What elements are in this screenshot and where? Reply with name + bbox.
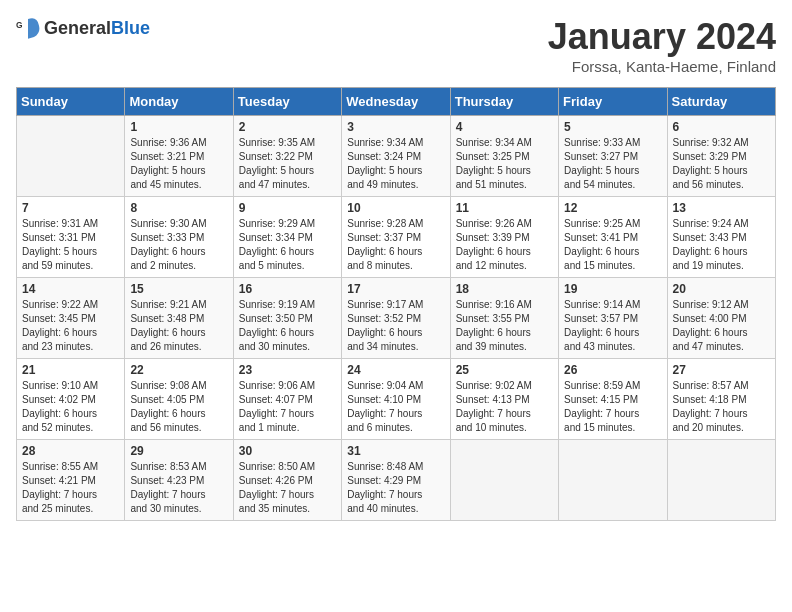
day-number: 30 bbox=[239, 444, 336, 458]
day-detail: Sunrise: 8:53 AM Sunset: 4:23 PM Dayligh… bbox=[130, 460, 227, 516]
calendar-day-cell: 9Sunrise: 9:29 AM Sunset: 3:34 PM Daylig… bbox=[233, 197, 341, 278]
day-number: 28 bbox=[22, 444, 119, 458]
day-detail: Sunrise: 9:02 AM Sunset: 4:13 PM Dayligh… bbox=[456, 379, 553, 435]
calendar-day-cell: 19Sunrise: 9:14 AM Sunset: 3:57 PM Dayli… bbox=[559, 278, 667, 359]
weekday-header-cell: Wednesday bbox=[342, 88, 450, 116]
day-number: 2 bbox=[239, 120, 336, 134]
calendar-day-cell: 1Sunrise: 9:36 AM Sunset: 3:21 PM Daylig… bbox=[125, 116, 233, 197]
logo-general-text: General bbox=[44, 18, 111, 38]
day-number: 14 bbox=[22, 282, 119, 296]
calendar-day-cell: 22Sunrise: 9:08 AM Sunset: 4:05 PM Dayli… bbox=[125, 359, 233, 440]
day-detail: Sunrise: 9:28 AM Sunset: 3:37 PM Dayligh… bbox=[347, 217, 444, 273]
calendar-week-row: 28Sunrise: 8:55 AM Sunset: 4:21 PM Dayli… bbox=[17, 440, 776, 521]
day-detail: Sunrise: 9:35 AM Sunset: 3:22 PM Dayligh… bbox=[239, 136, 336, 192]
day-number: 1 bbox=[130, 120, 227, 134]
calendar-day-cell: 11Sunrise: 9:26 AM Sunset: 3:39 PM Dayli… bbox=[450, 197, 558, 278]
day-detail: Sunrise: 9:12 AM Sunset: 4:00 PM Dayligh… bbox=[673, 298, 770, 354]
calendar-day-cell: 30Sunrise: 8:50 AM Sunset: 4:26 PM Dayli… bbox=[233, 440, 341, 521]
weekday-header-cell: Sunday bbox=[17, 88, 125, 116]
calendar-day-cell: 27Sunrise: 8:57 AM Sunset: 4:18 PM Dayli… bbox=[667, 359, 775, 440]
day-detail: Sunrise: 9:22 AM Sunset: 3:45 PM Dayligh… bbox=[22, 298, 119, 354]
calendar-day-cell: 15Sunrise: 9:21 AM Sunset: 3:48 PM Dayli… bbox=[125, 278, 233, 359]
day-detail: Sunrise: 9:34 AM Sunset: 3:24 PM Dayligh… bbox=[347, 136, 444, 192]
day-detail: Sunrise: 8:59 AM Sunset: 4:15 PM Dayligh… bbox=[564, 379, 661, 435]
day-detail: Sunrise: 9:29 AM Sunset: 3:34 PM Dayligh… bbox=[239, 217, 336, 273]
day-number: 17 bbox=[347, 282, 444, 296]
calendar-day-cell: 16Sunrise: 9:19 AM Sunset: 3:50 PM Dayli… bbox=[233, 278, 341, 359]
day-number: 29 bbox=[130, 444, 227, 458]
calendar-day-cell: 10Sunrise: 9:28 AM Sunset: 3:37 PM Dayli… bbox=[342, 197, 450, 278]
calendar-day-cell: 23Sunrise: 9:06 AM Sunset: 4:07 PM Dayli… bbox=[233, 359, 341, 440]
day-number: 16 bbox=[239, 282, 336, 296]
title-area: January 2024 Forssa, Kanta-Haeme, Finlan… bbox=[548, 16, 776, 75]
calendar-day-cell: 3Sunrise: 9:34 AM Sunset: 3:24 PM Daylig… bbox=[342, 116, 450, 197]
day-number: 22 bbox=[130, 363, 227, 377]
day-detail: Sunrise: 8:55 AM Sunset: 4:21 PM Dayligh… bbox=[22, 460, 119, 516]
day-detail: Sunrise: 9:36 AM Sunset: 3:21 PM Dayligh… bbox=[130, 136, 227, 192]
day-number: 4 bbox=[456, 120, 553, 134]
weekday-header-cell: Saturday bbox=[667, 88, 775, 116]
day-detail: Sunrise: 9:06 AM Sunset: 4:07 PM Dayligh… bbox=[239, 379, 336, 435]
day-detail: Sunrise: 9:33 AM Sunset: 3:27 PM Dayligh… bbox=[564, 136, 661, 192]
day-detail: Sunrise: 9:17 AM Sunset: 3:52 PM Dayligh… bbox=[347, 298, 444, 354]
day-number: 23 bbox=[239, 363, 336, 377]
day-detail: Sunrise: 9:04 AM Sunset: 4:10 PM Dayligh… bbox=[347, 379, 444, 435]
weekday-header-cell: Monday bbox=[125, 88, 233, 116]
day-number: 12 bbox=[564, 201, 661, 215]
day-number: 7 bbox=[22, 201, 119, 215]
location-title: Forssa, Kanta-Haeme, Finland bbox=[548, 58, 776, 75]
day-number: 13 bbox=[673, 201, 770, 215]
calendar-day-cell: 6Sunrise: 9:32 AM Sunset: 3:29 PM Daylig… bbox=[667, 116, 775, 197]
day-detail: Sunrise: 9:16 AM Sunset: 3:55 PM Dayligh… bbox=[456, 298, 553, 354]
day-number: 20 bbox=[673, 282, 770, 296]
weekday-header-row: SundayMondayTuesdayWednesdayThursdayFrid… bbox=[17, 88, 776, 116]
day-number: 3 bbox=[347, 120, 444, 134]
day-detail: Sunrise: 9:10 AM Sunset: 4:02 PM Dayligh… bbox=[22, 379, 119, 435]
day-number: 18 bbox=[456, 282, 553, 296]
calendar-week-row: 14Sunrise: 9:22 AM Sunset: 3:45 PM Dayli… bbox=[17, 278, 776, 359]
day-detail: Sunrise: 8:50 AM Sunset: 4:26 PM Dayligh… bbox=[239, 460, 336, 516]
calendar-day-cell: 26Sunrise: 8:59 AM Sunset: 4:15 PM Dayli… bbox=[559, 359, 667, 440]
calendar-day-cell bbox=[559, 440, 667, 521]
calendar-day-cell: 31Sunrise: 8:48 AM Sunset: 4:29 PM Dayli… bbox=[342, 440, 450, 521]
day-number: 15 bbox=[130, 282, 227, 296]
calendar-day-cell: 7Sunrise: 9:31 AM Sunset: 3:31 PM Daylig… bbox=[17, 197, 125, 278]
calendar-day-cell: 14Sunrise: 9:22 AM Sunset: 3:45 PM Dayli… bbox=[17, 278, 125, 359]
calendar-week-row: 21Sunrise: 9:10 AM Sunset: 4:02 PM Dayli… bbox=[17, 359, 776, 440]
day-detail: Sunrise: 9:14 AM Sunset: 3:57 PM Dayligh… bbox=[564, 298, 661, 354]
calendar-day-cell: 4Sunrise: 9:34 AM Sunset: 3:25 PM Daylig… bbox=[450, 116, 558, 197]
day-detail: Sunrise: 9:25 AM Sunset: 3:41 PM Dayligh… bbox=[564, 217, 661, 273]
day-number: 8 bbox=[130, 201, 227, 215]
calendar-day-cell: 21Sunrise: 9:10 AM Sunset: 4:02 PM Dayli… bbox=[17, 359, 125, 440]
day-detail: Sunrise: 8:57 AM Sunset: 4:18 PM Dayligh… bbox=[673, 379, 770, 435]
month-title: January 2024 bbox=[548, 16, 776, 58]
day-number: 9 bbox=[239, 201, 336, 215]
calendar-day-cell: 13Sunrise: 9:24 AM Sunset: 3:43 PM Dayli… bbox=[667, 197, 775, 278]
day-detail: Sunrise: 9:24 AM Sunset: 3:43 PM Dayligh… bbox=[673, 217, 770, 273]
calendar-day-cell: 12Sunrise: 9:25 AM Sunset: 3:41 PM Dayli… bbox=[559, 197, 667, 278]
day-detail: Sunrise: 9:34 AM Sunset: 3:25 PM Dayligh… bbox=[456, 136, 553, 192]
calendar-body: 1Sunrise: 9:36 AM Sunset: 3:21 PM Daylig… bbox=[17, 116, 776, 521]
header: G GeneralBlue January 2024 Forssa, Kanta… bbox=[16, 16, 776, 75]
day-number: 21 bbox=[22, 363, 119, 377]
day-number: 25 bbox=[456, 363, 553, 377]
calendar-day-cell: 2Sunrise: 9:35 AM Sunset: 3:22 PM Daylig… bbox=[233, 116, 341, 197]
weekday-header-cell: Friday bbox=[559, 88, 667, 116]
generalblue-logo-icon: G bbox=[16, 16, 40, 40]
weekday-header-cell: Thursday bbox=[450, 88, 558, 116]
calendar-day-cell: 24Sunrise: 9:04 AM Sunset: 4:10 PM Dayli… bbox=[342, 359, 450, 440]
day-detail: Sunrise: 9:26 AM Sunset: 3:39 PM Dayligh… bbox=[456, 217, 553, 273]
day-number: 5 bbox=[564, 120, 661, 134]
calendar-day-cell: 29Sunrise: 8:53 AM Sunset: 4:23 PM Dayli… bbox=[125, 440, 233, 521]
day-number: 6 bbox=[673, 120, 770, 134]
day-number: 11 bbox=[456, 201, 553, 215]
day-detail: Sunrise: 9:32 AM Sunset: 3:29 PM Dayligh… bbox=[673, 136, 770, 192]
calendar-day-cell bbox=[450, 440, 558, 521]
day-detail: Sunrise: 9:21 AM Sunset: 3:48 PM Dayligh… bbox=[130, 298, 227, 354]
calendar-day-cell: 8Sunrise: 9:30 AM Sunset: 3:33 PM Daylig… bbox=[125, 197, 233, 278]
weekday-header-cell: Tuesday bbox=[233, 88, 341, 116]
day-number: 24 bbox=[347, 363, 444, 377]
calendar-day-cell bbox=[667, 440, 775, 521]
day-number: 26 bbox=[564, 363, 661, 377]
day-detail: Sunrise: 9:31 AM Sunset: 3:31 PM Dayligh… bbox=[22, 217, 119, 273]
